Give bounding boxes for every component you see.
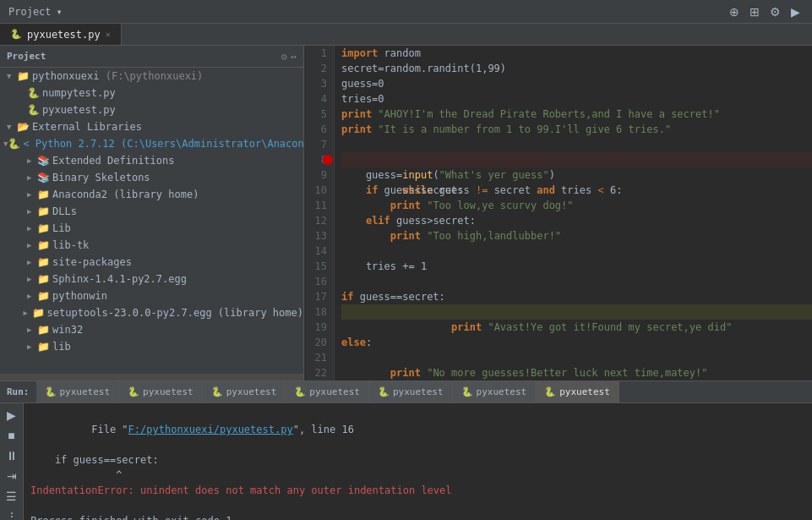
tree-item-pythonwin[interactable]: ▶ 📁 pythonwin xyxy=(0,287,303,304)
lib-icon-extdefs: 📚 xyxy=(37,155,50,167)
file-tab-label: pyxuetest.py xyxy=(27,29,101,41)
panel-gear-icon[interactable]: ⚙ xyxy=(281,51,287,63)
folder-icon-pythonwin: 📁 xyxy=(37,290,50,302)
tree-item-python27[interactable]: ▼ 🐍 < Python 2.7.12 (C:\Users\Administra… xyxy=(0,135,303,152)
run-tab-5[interactable]: 🐍 pyxuetest xyxy=(369,381,453,402)
tree-item-lib[interactable]: ▶ 📁 Lib xyxy=(0,220,303,237)
tree-item-numpytest[interactable]: 🐍 numpytest.py xyxy=(0,85,303,101)
tree-label-sphinx: Sphinx-1.4.1-py2.7.egg xyxy=(52,273,187,285)
code-line-13: print "Too high,landlubber!" xyxy=(341,228,812,244)
left-panel-scrollbar[interactable] xyxy=(0,374,303,380)
run-tab-label-1: pyxuetest xyxy=(60,386,111,397)
run-tab-7[interactable]: 🐍 pyxuetest xyxy=(536,381,619,402)
run-tab-label-6: pyxuetest xyxy=(477,386,527,397)
tree-item-win32[interactable]: ▶ 📁 win32 xyxy=(0,321,303,338)
tree-label-root-path: (F:\pythonxuexi) xyxy=(99,70,203,82)
folder-icon-extlibs: 📂 xyxy=(17,121,30,133)
tree-arrow-libtk: ▶ xyxy=(27,241,37,249)
code-line-5: print "AHOY!I'm the Dread Pirate Roberts… xyxy=(341,107,812,122)
code-lines-container: import random secret=random.randint(1,99… xyxy=(335,46,812,380)
run-tab-label-7: pyxuetest xyxy=(559,386,610,397)
tree-item-setuptools[interactable]: ▶ 📁 setuptools-23.0.0-py2.7.egg (library… xyxy=(0,304,303,321)
code-line-16 xyxy=(341,274,812,289)
tree-label-lib: Lib xyxy=(52,222,71,234)
tree-arrow-lib: ▶ xyxy=(27,224,37,233)
close-tab-icon[interactable]: ✕ xyxy=(106,30,111,39)
folder-icon-root: 📁 xyxy=(17,70,30,82)
toolbar-icon-3[interactable]: ⚙ xyxy=(766,3,784,20)
code-editor[interactable]: 12345 678910 1112131415 1617181920 21222… xyxy=(304,46,812,380)
run-label: Run: xyxy=(0,386,36,397)
tree-item-extdefs[interactable]: ▶ 📚 Extended Definitions xyxy=(0,152,303,169)
toolbar-icon-4[interactable]: ▶ xyxy=(787,3,804,20)
folder-icon-sitepackages: 📁 xyxy=(37,256,50,268)
code-line-8: while guess != secret and tries < 6: xyxy=(341,152,812,167)
project-dropdown-arrow[interactable]: ▾ xyxy=(57,6,63,18)
run-tab-4[interactable]: 🐍 pyxuetest xyxy=(286,381,369,402)
run-tab-label-5: pyxuetest xyxy=(393,386,444,397)
tree-item-external-libs[interactable]: ▼ 📂 External Libraries xyxy=(0,118,303,135)
tree-root-pythonxuexi[interactable]: ▼ 📁 pythonxuexi (F:\pythonxuexi) xyxy=(0,68,303,85)
py-file-icon: 🐍 xyxy=(10,29,22,40)
tree-item-sphinx[interactable]: ▶ 📁 Sphinx-1.4.1-py2.7.egg xyxy=(0,271,303,287)
console-line-4: IndentationError: unindent does not matc… xyxy=(30,483,805,498)
top-toolbar: Project ▾ ⊕ ⊞ ⚙ ▶ xyxy=(0,0,812,24)
folder-icon-lib: 📁 xyxy=(37,222,50,234)
folder-icon-libtk: 📁 xyxy=(37,239,50,251)
tree-item-anaconda2[interactable]: ▶ 📁 Anaconda2 (library home) xyxy=(0,186,303,203)
project-tree: ▼ 📁 pythonxuexi (F:\pythonxuexi) 🐍 numpy… xyxy=(0,68,303,374)
run-tab-6[interactable]: 🐍 pyxuetest xyxy=(453,381,537,402)
tree-item-libtk[interactable]: ▶ 📁 lib-tk xyxy=(0,237,303,254)
file-tab-bar: 🐍 pyxuetest.py ✕ xyxy=(0,24,812,46)
code-line-2: secret=random.randint(1,99) xyxy=(341,61,812,76)
folder-icon-dlls: 📁 xyxy=(37,205,50,217)
tree-arrow-win32: ▶ xyxy=(27,326,37,334)
code-line-20: else: xyxy=(341,335,812,350)
py-run-icon-2: 🐍 xyxy=(128,386,139,397)
tree-item-lib2[interactable]: ▶ 📁 lib xyxy=(0,338,303,355)
tree-item-pyxuetest[interactable]: 🐍 pyxuetest.py xyxy=(0,101,303,118)
run-pause-button[interactable]: ⏸ xyxy=(4,447,19,464)
tree-arrow-lib2: ▶ xyxy=(27,342,37,351)
py-run-icon-7: 🐍 xyxy=(544,386,556,397)
toolbar-icon-2[interactable]: ⊞ xyxy=(746,3,763,20)
run-play-button[interactable]: ▶ xyxy=(5,407,18,424)
run-more-button[interactable]: ⋮ xyxy=(4,508,19,520)
panel-header-icons: ⚙ ↔ xyxy=(281,51,297,63)
tree-label-sitepackages: site-packages xyxy=(52,256,132,268)
run-tab-3[interactable]: 🐍 pyxuetest xyxy=(203,381,286,402)
console-line-2: if guess==secret: xyxy=(30,452,805,468)
console-file-link[interactable]: F:/pythonxuexi/pyxuetest.py xyxy=(128,424,293,435)
tree-arrow-setuptools: ▶ xyxy=(24,309,32,317)
run-list-button[interactable]: ☰ xyxy=(4,488,19,505)
file-tab-pyxuetest[interactable]: 🐍 pyxuetest.py ✕ xyxy=(0,24,122,45)
py-icon-pyxuetest: 🐍 xyxy=(27,104,40,116)
folder-icon-setuptools: 📁 xyxy=(32,307,45,319)
code-line-7 xyxy=(341,137,812,152)
run-stop-button[interactable]: ■ xyxy=(6,427,16,444)
python-icon: 🐍 xyxy=(8,138,20,150)
tree-item-sitepackages[interactable]: ▶ 📁 site-packages xyxy=(0,254,303,271)
panel-expand-icon[interactable]: ↔ xyxy=(291,51,297,63)
code-line-17: if guess==secret: xyxy=(341,289,812,304)
tree-label-numpytest: numpytest.py xyxy=(42,87,116,99)
code-line-12: elif guess>secret: xyxy=(341,213,812,228)
code-line-22: print "No more guesses!Better luck next … xyxy=(341,365,812,380)
left-panel: Project ⚙ ↔ ▼ 📁 pythonxuexi (F:\pythonxu… xyxy=(0,46,304,380)
line-numbers: 12345 678910 1112131415 1617181920 21222… xyxy=(304,46,335,380)
tree-item-dlls[interactable]: ▶ 📁 DLLs xyxy=(0,203,303,220)
run-step-button[interactable]: ⇥ xyxy=(5,468,19,484)
folder-icon-sphinx: 📁 xyxy=(37,273,50,285)
toolbar-icon-1[interactable]: ⊕ xyxy=(726,3,743,20)
run-tab-2[interactable]: 🐍 pyxuetest xyxy=(119,381,203,402)
tree-arrow-root: ▼ xyxy=(7,72,17,80)
tree-item-binskel[interactable]: ▶ 📚 Binary Skeletons xyxy=(0,169,303,186)
bottom-panel: Run: 🐍 pyxuetest 🐍 pyxuetest 🐍 pyxuetest… xyxy=(0,380,812,520)
console-output[interactable]: File "F:/pythonxuexi/pyxuetest.py", line… xyxy=(24,403,812,520)
run-tab-1[interactable]: 🐍 pyxuetest xyxy=(36,381,120,402)
folder-icon-win32: 📁 xyxy=(37,324,50,336)
run-sidebar: ▶ ■ ⏸ ⇥ ☰ ⋮ xyxy=(0,403,24,520)
tree-arrow-binskel: ▶ xyxy=(27,173,37,182)
py-icon-numpytest: 🐍 xyxy=(27,87,40,99)
tree-arrow-extdefs: ▶ xyxy=(27,156,37,165)
